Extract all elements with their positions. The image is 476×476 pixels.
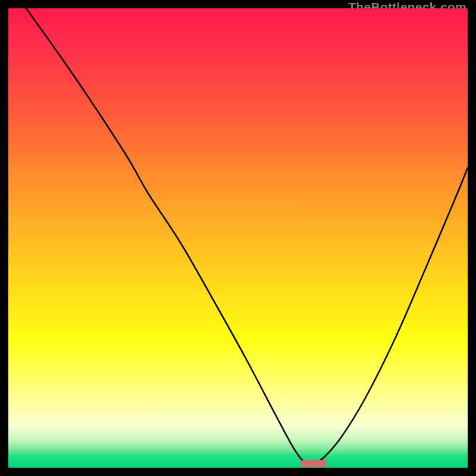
bottleneck-curve-svg <box>8 8 468 468</box>
chart-container: TheBottleneck.com <box>0 0 476 476</box>
bottleneck-curve <box>26 8 468 464</box>
optimal-point-marker <box>300 460 327 467</box>
